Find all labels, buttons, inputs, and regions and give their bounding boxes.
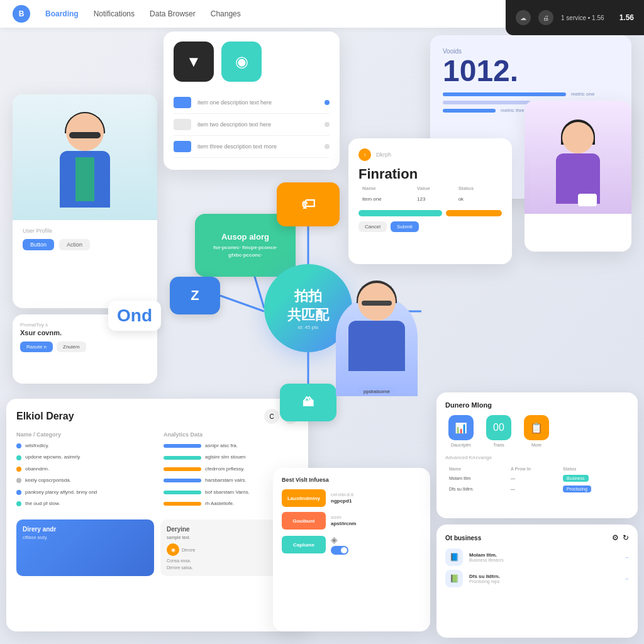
brt-th-3: Status xyxy=(560,465,628,472)
mini-card-label: Dirrore xyxy=(182,548,195,552)
app-icon-teal[interactable]: ◉ xyxy=(221,42,262,82)
brc-item-1: 📘 Molam Iltm. Business Iltmdcrs → xyxy=(445,548,629,566)
brt-cell-2-3: Proctssing xyxy=(560,484,628,494)
char-glasses xyxy=(69,132,101,138)
right-character-card xyxy=(525,101,631,252)
brt-th-2: A Prow In xyxy=(508,465,559,472)
bmr-item-label-1: cnf-mbr-8.8 xyxy=(331,492,421,497)
card-row-dot-3 xyxy=(325,144,330,149)
lmc-btn-1[interactable]: Rasute n xyxy=(20,341,53,352)
brt-row-1: Molam Iltm — Business xyxy=(447,474,628,483)
blc-list: Name / Category wilsfrxdlcy. updone wpcw… xyxy=(16,431,298,512)
brc-item-icon-2: 📗 xyxy=(445,570,463,587)
nav-item-data-browser[interactable]: Data Browser xyxy=(150,9,196,18)
char-illustration xyxy=(13,94,157,220)
brt-icon-3[interactable]: 📋 xyxy=(524,415,549,440)
blc-text-1-5: panksey plarxy aflynd. bnny ond xyxy=(25,489,97,496)
bmr-item-right-1: cnf-mbr-8.8 ngpcpd1 xyxy=(331,492,421,504)
brt-title: Dunero Mlong xyxy=(445,401,629,409)
rchar-collar xyxy=(578,194,597,206)
brt-cell-2-1: Dfs su Ildtrn. xyxy=(447,484,507,494)
brt-table: Name A Prow In Status Molam Iltm — Busin… xyxy=(445,464,629,495)
blc-item-2-2: aglsinr slm stouen xyxy=(164,454,298,460)
char-torso xyxy=(60,151,110,208)
brc-item-val-1[interactable]: → xyxy=(624,555,629,560)
blc-text-2-6: rh Aastellofe. xyxy=(205,501,234,507)
blc-col-1: Name / Category wilsfrxdlcy. updone wpcw… xyxy=(16,431,151,512)
blc-line-2-3 xyxy=(164,467,201,471)
brc-item-sub-1: Business Iltmdcrs xyxy=(469,558,618,562)
brt-icons-row: 📊 Daucriptm 00 Trans 📋 More xyxy=(445,415,629,447)
brc-list: 📘 Molam Iltm. Business Iltmdcrs → 📗 Dfs … xyxy=(445,548,629,587)
bmr-item-2: Goulbuni scnm apst/ircnm xyxy=(282,512,421,530)
brc-refresh-icon[interactable]: ↻ xyxy=(623,533,629,542)
brt-cell-1-3: Business xyxy=(560,474,628,483)
nav-item-changes[interactable]: Changes xyxy=(211,9,241,18)
blc-col-title-1: Name / Category xyxy=(16,431,151,438)
brt-icon-label-2: Trans xyxy=(493,443,504,447)
bmr-color-1: Laustindminy xyxy=(282,489,326,507)
card-row-text-3: item three description text more xyxy=(197,143,318,150)
bmr-item-right-3: ◈ xyxy=(331,535,421,555)
brt-icon-label-1: Daucriptm xyxy=(451,443,471,447)
blc-text-1-6: the oud pf slow. xyxy=(25,501,60,507)
bmr-item-right-2: scnm apst/ircnm xyxy=(331,515,421,526)
app-icon-dark[interactable]: ▼ xyxy=(174,42,214,82)
blc-item-1-1: wilsfrxdlcy. xyxy=(16,443,151,449)
blc-item-1-4: keely copscrporisda. xyxy=(16,477,151,484)
char-btn-2[interactable]: Action xyxy=(59,239,90,250)
center-subtitle: 共匹配 xyxy=(287,306,329,325)
blc-line-2-5 xyxy=(164,491,201,494)
card-row-2: item two description text here xyxy=(174,114,330,136)
brt-pill-1: Business xyxy=(563,475,588,482)
blc-dot-1-4 xyxy=(16,478,21,483)
ond-element: Ond xyxy=(108,301,161,331)
nav-item-boarding[interactable]: Boarding xyxy=(45,9,79,18)
brt-icon-2[interactable]: 00 xyxy=(486,415,511,440)
brc-header-icons: ⚙ ↻ xyxy=(612,533,629,542)
advanced-label: Advanced Krrcvange xyxy=(445,455,629,460)
brt-icon-box-3: 📋 More xyxy=(521,415,552,447)
blc-text-2-4: harsbarstam valrs. xyxy=(205,477,247,484)
app-icons-row: ▼ ◉ xyxy=(174,42,330,82)
brc-item-val-2[interactable]: → xyxy=(624,576,629,582)
brc-item-name-1: Molam Iltm. xyxy=(469,552,618,558)
card-row-dot-2 xyxy=(325,122,330,127)
brc-settings-icon[interactable]: ⚙ xyxy=(612,533,619,542)
blc-text-2-2: aglsinr slm stouen xyxy=(205,454,245,460)
right-char-body xyxy=(547,113,609,214)
brt-cell-1-1: Molam Iltm xyxy=(447,474,507,483)
brt-icon-label-3: More xyxy=(531,443,541,447)
dark-card-value: 1.56 xyxy=(619,13,634,22)
blc-dot-1-6 xyxy=(16,501,21,506)
brt-cell-2-2: — xyxy=(508,484,559,494)
bmr-item-val-1: ngpcpd1 xyxy=(331,498,421,504)
brc-item-2: 📗 Dfs su Ildtrn. Proctssing reps → xyxy=(445,570,629,587)
dash-bar-3 xyxy=(443,109,496,113)
diamond-icon: ◈ xyxy=(331,535,338,545)
brt-icon-box-2: 00 Trans xyxy=(483,415,514,447)
lmc-btn-2[interactable]: Znulem xyxy=(57,341,86,352)
bmr-color-2: Goulbuni xyxy=(282,512,326,530)
dash-label-1: metric one xyxy=(571,91,594,97)
brt-row-2: Dfs su Ildtrn. — Proctssing xyxy=(447,484,628,494)
dashboard-number: 1012. xyxy=(443,56,619,86)
blc-line-2-6 xyxy=(164,502,201,506)
bottom-mid-right-card: Best Vislt Infuesa Laustindminy cnf-mbr-… xyxy=(273,468,430,631)
char-btn-1[interactable]: Button xyxy=(23,239,54,250)
blc-text-2-1: asnlpr alsc fra. xyxy=(205,443,238,449)
rchar-head xyxy=(562,122,594,153)
card-row-icon-1 xyxy=(174,97,191,108)
card-row-icon-2 xyxy=(174,119,191,130)
mindmap-bottom-node: 🏔 xyxy=(280,384,336,421)
blc-text-1-2: updone wpcwns. asimrly xyxy=(25,454,80,460)
bmr-toggle[interactable] xyxy=(331,546,348,555)
blc-text-1-4: keely copscrporisda. xyxy=(25,477,71,484)
lmc-buttons: Rasute n Znulem xyxy=(20,341,150,352)
center-character: ppdralsome xyxy=(330,277,424,402)
card-row-text-2: item two description text here xyxy=(197,121,318,128)
mini-card-icon: ◉ xyxy=(167,543,179,556)
char-torso-inner xyxy=(75,157,94,201)
nav-item-notifications[interactable]: Notifications xyxy=(94,9,135,18)
brc-item-sub-2: Proctssing reps xyxy=(469,579,618,584)
